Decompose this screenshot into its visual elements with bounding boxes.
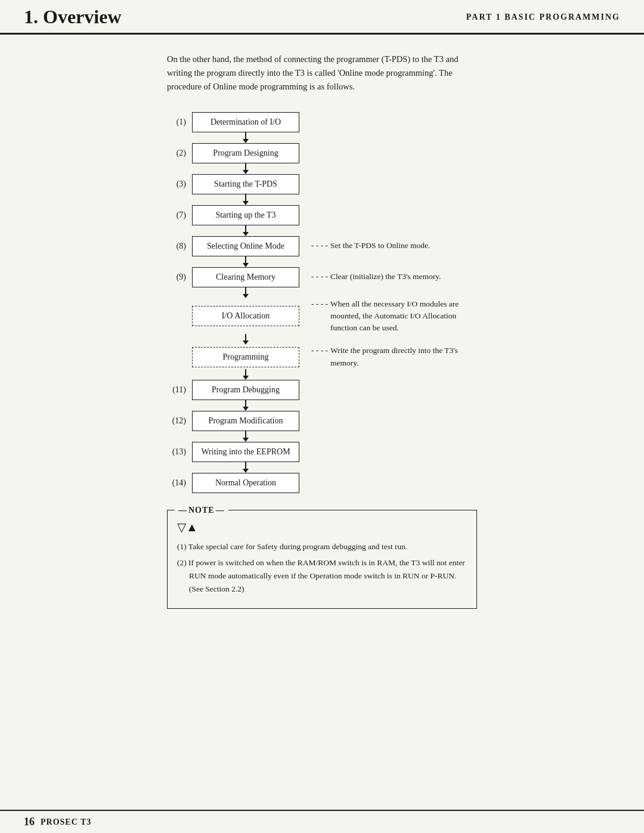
arrow-head-2 xyxy=(243,170,249,174)
note-box: NOTE ▽▲ (1) Take special care for Safety… xyxy=(167,510,477,609)
flow-row-8: (8) Selecting Online Mode - - - - Set th… xyxy=(167,236,620,256)
arrow-head-7 xyxy=(243,232,249,236)
arrow-head-9 xyxy=(243,294,249,298)
note-label: NOTE xyxy=(175,504,228,517)
arrow-head-io xyxy=(243,340,249,345)
step-number-1: (1) xyxy=(167,112,192,132)
arrow-line-9 xyxy=(192,287,299,298)
step-number-8: (8) xyxy=(167,236,192,256)
page-footer: 16 PROSEC T3 xyxy=(0,810,644,833)
flow-row-1: (1) Determination of I/O xyxy=(167,112,620,132)
flow-row-3: (3) Starting the T-PDS xyxy=(167,174,620,194)
arrow-line-12 xyxy=(192,431,299,442)
warning-icon: ▽▲ xyxy=(177,518,467,537)
step-box-programming: Programming xyxy=(192,347,299,367)
arrow-line-1 xyxy=(192,132,299,143)
arrow-head-8 xyxy=(243,263,249,267)
arrow-line-11 xyxy=(192,400,299,411)
arrow-head-1 xyxy=(243,139,249,143)
arrow-line-3 xyxy=(192,194,299,205)
note-text-9: Clear (initialize) the T3's memory. xyxy=(330,271,441,283)
arrow-9 xyxy=(167,287,299,298)
arrow-13 xyxy=(167,462,299,473)
footer-page-number: 16 xyxy=(24,816,35,828)
footer-text: PROSEC T3 xyxy=(41,817,91,827)
arrow-2 xyxy=(167,163,299,174)
arrow-1 xyxy=(167,132,299,143)
arrow-7 xyxy=(167,225,299,236)
step-box-starting-t3: Starting up the T3 xyxy=(192,205,299,225)
arrow-12 xyxy=(167,431,299,442)
step-note-io: - - - - When all the necessary I/O modul… xyxy=(311,298,466,335)
note-text-io: When all the necessary I/O modules are m… xyxy=(330,298,466,335)
step-number-7: (7) xyxy=(167,205,192,225)
arrow-3 xyxy=(167,194,299,205)
step-box-debugging: Program Debugging xyxy=(192,380,299,400)
arrow-head-11 xyxy=(243,407,249,411)
note-dashes-9: - - - - xyxy=(311,271,328,283)
note-text-programming: Write the program directly into the T3's… xyxy=(330,345,466,369)
flow-row-12: (12) Program Modification xyxy=(167,411,620,431)
main-content: On the other hand, the method of connect… xyxy=(0,35,644,621)
arrow-head-programming xyxy=(243,376,249,380)
step-number-11: (11) xyxy=(167,380,192,400)
flow-row-14: (14) Normal Operation xyxy=(167,473,620,493)
step-box-selecting-online: Selecting Online Mode xyxy=(192,236,299,256)
step-box-starting-tpds: Starting the T-PDS xyxy=(192,174,299,194)
arrow-programming xyxy=(167,369,299,380)
step-box-determination: Determination of I/O xyxy=(192,112,299,132)
flow-row-13: (13) Writing into the EEPROM xyxy=(167,442,620,462)
arrow-line-8 xyxy=(192,256,299,267)
step-box-normal-operation: Normal Operation xyxy=(192,473,299,493)
arrow-io xyxy=(167,334,299,345)
arrow-line-7 xyxy=(192,225,299,236)
step-number-2: (2) xyxy=(167,143,192,163)
step-number-13: (13) xyxy=(167,442,192,462)
intro-text: On the other hand, the method of connect… xyxy=(167,52,459,94)
arrow-line-2 xyxy=(192,163,299,174)
step-number-14: (14) xyxy=(167,473,192,493)
arrow-head-13 xyxy=(243,469,249,473)
note-text-8: Set the T-PDS to Online mode. xyxy=(330,240,430,252)
step-note-8: - - - - Set the T-PDS to Online mode. xyxy=(311,240,430,252)
step-number-9: (9) xyxy=(167,267,192,287)
arrow-8 xyxy=(167,256,299,267)
note-item-1: (1) Take special care for Safety during … xyxy=(177,540,467,553)
page-title: 1. Overview xyxy=(24,6,466,28)
arrow-line-programming xyxy=(192,369,299,380)
flowchart: (1) Determination of I/O (2) Program Des… xyxy=(24,112,620,609)
note-dashes-8: - - - - xyxy=(311,240,328,252)
step-note-programming: - - - - Write the program directly into … xyxy=(311,345,466,369)
arrow-line-io xyxy=(192,334,299,345)
step-box-io-allocation: I/O Allocation xyxy=(192,306,299,326)
flow-row-9: (9) Clearing Memory - - - - Clear (initi… xyxy=(167,267,620,287)
step-number-3: (3) xyxy=(167,174,192,194)
note-dashes-programming: - - - - xyxy=(311,345,328,357)
part-label: PART 1 BASIC PROGRAMMING xyxy=(466,13,620,22)
step-note-9: - - - - Clear (initialize) the T3's memo… xyxy=(311,271,441,283)
step-number-12: (12) xyxy=(167,411,192,431)
flow-row-11: (11) Program Debugging xyxy=(167,380,620,400)
step-box-program-designing: Program Designing xyxy=(192,143,299,163)
note-item-2: (2) If power is switched on when the RAM… xyxy=(177,556,467,595)
arrow-line-13 xyxy=(192,462,299,473)
step-box-eeprom: Writing into the EEPROM xyxy=(192,442,299,462)
page-header: 1. Overview PART 1 BASIC PROGRAMMING xyxy=(0,0,644,35)
step-box-modification: Program Modification xyxy=(192,411,299,431)
flow-row-2: (2) Program Designing xyxy=(167,143,620,163)
step-box-clearing-memory: Clearing Memory xyxy=(192,267,299,287)
note-dashes-io: - - - - xyxy=(311,298,328,310)
arrow-head-12 xyxy=(243,438,249,442)
arrow-11 xyxy=(167,400,299,411)
flow-row-io: I/O Allocation - - - - When all the nece… xyxy=(167,298,620,335)
flow-row-7: (7) Starting up the T3 xyxy=(167,205,620,225)
arrow-head-3 xyxy=(243,201,249,205)
flow-row-programming: Programming - - - - Write the program di… xyxy=(167,345,620,369)
